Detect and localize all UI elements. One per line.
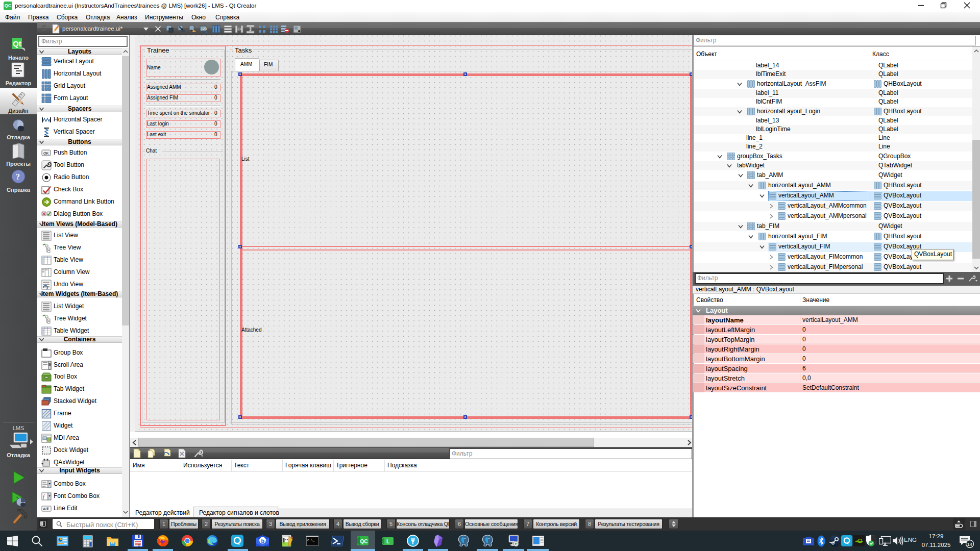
svg-text:?: ? (16, 172, 20, 181)
svg-text:b: b (261, 538, 265, 544)
svg-text:QC: QC (360, 539, 368, 544)
svg-text:123: 123 (201, 27, 207, 31)
svg-text:Qt: Qt (13, 39, 21, 48)
svg-text:C:\_: C:\_ (307, 539, 315, 542)
svg-text:14: 14 (967, 542, 972, 547)
svg-text:51: 51 (138, 544, 141, 547)
svg-text:AB: AB (43, 507, 48, 511)
svg-text:L: L (386, 539, 389, 544)
svg-text:OK: OK (43, 152, 48, 155)
